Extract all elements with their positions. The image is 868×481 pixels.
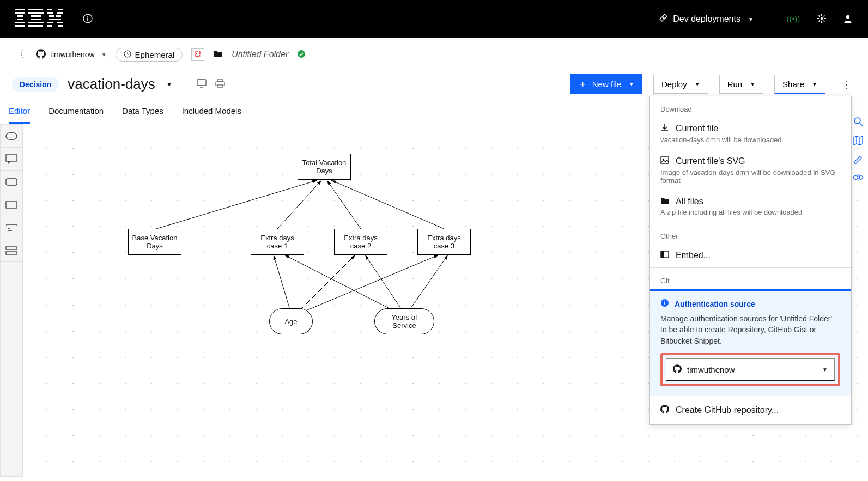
tool-rect[interactable] — [1, 193, 22, 216]
menu-download-svg[interactable]: Current file's SVG Image of vacation-day… — [650, 150, 851, 191]
download-icon — [660, 123, 669, 134]
menu-label: Current file — [676, 124, 718, 133]
auth-selected-label: timwuthenow — [687, 365, 735, 374]
folder-name: Untitled Folder — [232, 50, 288, 59]
back-button[interactable]: 〈 — [12, 49, 27, 60]
svg-rect-4 — [15, 22, 25, 23]
svg-rect-32 — [216, 82, 224, 86]
svg-rect-3 — [17, 19, 23, 20]
menu-label: Embed... — [676, 251, 711, 260]
git-auth-infobox: Authentication source Manage authenticat… — [650, 289, 851, 396]
edit-icon[interactable] — [853, 155, 863, 166]
svg-point-50 — [854, 118, 860, 124]
share-dropdown-panel: Download Current file vacation-days.dmn … — [649, 96, 852, 425]
caret-down-icon: ▼ — [101, 52, 107, 58]
svg-line-46 — [306, 255, 439, 310]
caret-down-icon[interactable]: ▼ — [166, 81, 173, 88]
github-icon — [673, 364, 682, 375]
search-icon[interactable] — [853, 117, 863, 128]
tool-list[interactable] — [1, 239, 22, 262]
menu-create-github-repo[interactable]: Create GitHub repository... — [650, 396, 851, 424]
embed-icon — [660, 250, 669, 261]
svg-rect-7 — [28, 12, 44, 14]
svg-rect-5 — [15, 25, 25, 27]
svg-rect-37 — [6, 202, 17, 208]
user-icon[interactable] — [843, 14, 853, 25]
svg-rect-2 — [17, 15, 23, 17]
new-file-button[interactable]: ＋ New file ▼ — [570, 74, 642, 94]
tool-callout[interactable] — [1, 148, 22, 171]
topbar: Dev deployments ▼ ((•)) — [0, 0, 868, 38]
run-button[interactable]: Run ▼ — [719, 75, 763, 94]
section-label-git: Git — [650, 268, 851, 289]
menu-label: All files — [676, 197, 703, 206]
node-total-vacation-days[interactable]: Total Vacation Days — [298, 154, 351, 180]
file-title: vacation-days — [68, 76, 155, 93]
settings-icon[interactable] — [817, 14, 827, 25]
node-extra-days-case-1[interactable]: Extra days case 1 — [251, 229, 304, 255]
svg-rect-31 — [217, 80, 223, 82]
deploy-button[interactable]: Deploy ▼ — [653, 75, 708, 94]
map-icon[interactable] — [853, 136, 863, 147]
ephemeral-pill[interactable]: Ephemeral — [116, 48, 183, 62]
node-years-of-service[interactable]: Years of Service — [374, 308, 434, 334]
tool-oval[interactable] — [1, 125, 22, 148]
svg-rect-25 — [87, 16, 88, 17]
kebab-menu[interactable]: ⋮ — [836, 78, 856, 91]
svg-rect-38 — [6, 247, 17, 249]
svg-rect-17 — [56, 15, 61, 17]
dev-deployments-button[interactable]: Dev deployments ▼ — [659, 14, 754, 25]
svg-rect-1 — [15, 12, 25, 14]
section-label-download: Download — [650, 96, 851, 118]
github-icon — [36, 49, 46, 60]
image-icon — [660, 156, 669, 167]
tool-rounded-rect[interactable] — [1, 171, 22, 193]
svg-rect-24 — [87, 17, 88, 21]
node-extra-days-case-3[interactable]: Extra days case 3 — [417, 229, 471, 255]
ibm-logo[interactable] — [15, 9, 63, 29]
svg-rect-39 — [6, 252, 17, 254]
svg-line-48 — [365, 255, 402, 309]
tab-documentation[interactable]: Documentation — [48, 100, 104, 124]
tab-editor[interactable]: Editor — [9, 100, 30, 124]
svg-line-43 — [331, 180, 444, 229]
github-user-select[interactable]: timwuthenow ▼ — [36, 49, 107, 60]
svg-rect-30 — [197, 80, 206, 86]
svg-rect-0 — [15, 9, 25, 10]
deploy-label: Deploy — [661, 80, 687, 89]
menu-sublabel: Image of vacation-days.dmn will be downl… — [660, 168, 840, 185]
create-repo-label: Create GitHub repository... — [676, 405, 779, 415]
svg-rect-11 — [28, 25, 43, 27]
auth-source-select[interactable]: timwuthenow ▼ — [666, 358, 835, 381]
extension-icon[interactable] — [191, 48, 204, 61]
svg-rect-19 — [47, 22, 53, 23]
svg-rect-21 — [47, 25, 52, 27]
svg-point-54 — [663, 159, 664, 160]
broadcast-icon[interactable]: ((•)) — [787, 15, 800, 23]
svg-line-41 — [277, 180, 321, 229]
node-base-vacation-days[interactable]: Base Vacation Days — [128, 229, 181, 255]
plus-icon: ＋ — [579, 79, 587, 89]
menu-download-all-files[interactable]: All files A zip file including all files… — [650, 191, 851, 223]
print-icon[interactable] — [215, 79, 225, 89]
auth-description: Manage authentication sources for 'Untit… — [660, 313, 840, 346]
svg-line-44 — [274, 255, 290, 309]
caret-down-icon: ▼ — [822, 367, 828, 373]
svg-rect-15 — [57, 12, 63, 14]
tool-text[interactable] — [1, 216, 22, 239]
node-age[interactable]: Age — [269, 308, 313, 334]
menu-embed[interactable]: Embed... — [650, 245, 851, 267]
desktop-icon[interactable] — [197, 79, 207, 89]
share-button[interactable]: Share ▼ — [774, 75, 825, 94]
svg-rect-14 — [47, 12, 53, 14]
folder-icon — [660, 197, 669, 206]
tab-included-models[interactable]: Included Models — [182, 100, 241, 124]
menu-download-current-file[interactable]: Current file vacation-days.dmn will be d… — [650, 118, 851, 150]
eye-icon[interactable] — [853, 174, 864, 183]
info-icon[interactable] — [83, 14, 93, 25]
node-extra-days-case-2[interactable]: Extra days case 2 — [334, 229, 387, 255]
breadcrumb-bar: 〈 timwuthenow ▼ Ephemeral Untitled Folde… — [0, 38, 868, 71]
svg-rect-18 — [49, 19, 61, 20]
shape-palette — [0, 124, 23, 477]
tab-data-types[interactable]: Data Types — [122, 100, 163, 124]
